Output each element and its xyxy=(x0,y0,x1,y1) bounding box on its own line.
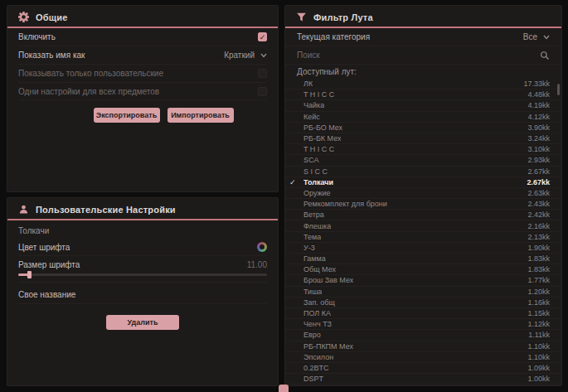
loot-item-name: ЛК xyxy=(303,80,313,88)
loot-item-value: 1.20kk xyxy=(527,288,550,296)
chevron-down-icon xyxy=(260,53,267,58)
loot-row[interactable]: ✓ Ветра 2.42kk xyxy=(285,210,561,220)
slider-track[interactable] xyxy=(18,273,267,276)
loot-item-value: 4.12kk xyxy=(527,113,550,121)
loot-row[interactable]: ✓ Тема 2.13kk xyxy=(285,232,561,243)
font-size-slider[interactable] xyxy=(18,270,267,283)
font-size-value: 11.00 xyxy=(247,260,267,269)
search-row[interactable]: Поиск xyxy=(285,46,561,65)
same-for-all-row[interactable]: Одни настройки для всех предметов xyxy=(18,83,267,100)
custom-name-row[interactable]: Свое название xyxy=(18,286,267,304)
filter-panel-header: Фильтр Лута xyxy=(285,6,561,28)
loot-item-value: 4.19kk xyxy=(527,101,550,109)
loot-item-value: 3.24kk xyxy=(527,134,550,143)
loot-item-value: 1.12kk xyxy=(527,320,550,328)
list-label-row: Доступный лут: xyxy=(285,65,561,79)
enable-row[interactable]: Включить ✓ xyxy=(18,28,267,46)
loot-item-value: 2.67kk xyxy=(527,178,550,186)
loot-row[interactable]: ✓ Кейс 4.12kk xyxy=(285,112,561,123)
loot-row[interactable]: ✓ T H I C C 4.48kk xyxy=(285,90,561,100)
loot-row[interactable]: ✓ РБ-БО Мех 3.90kk xyxy=(285,123,561,133)
loot-item-name: Брош Зав Мех xyxy=(303,276,353,284)
user-icon xyxy=(18,204,29,215)
loot-row[interactable]: ✓ Ремкомплект для брони 2.43kk xyxy=(285,199,561,210)
loot-row[interactable]: ✓ Эпсилон 1.10kk xyxy=(285,352,561,363)
slider-handle[interactable] xyxy=(27,271,32,278)
loot-row[interactable]: ✓ 0.2BTC 1.09kk xyxy=(285,363,561,374)
custom-settings-panel: Пользовательские Настройки Толкачи Цвет … xyxy=(7,197,279,386)
same-for-all-checkbox[interactable] xyxy=(258,87,267,96)
loot-row[interactable]: ✓ ПОЛ КА 1.15kk xyxy=(285,308,561,319)
name-mode-row[interactable]: Показать имя как Краткий xyxy=(18,46,267,65)
loot-item-value: 2.42kk xyxy=(527,211,550,219)
loot-row[interactable]: ✓ Евро 1.11kk xyxy=(285,330,561,341)
loot-row[interactable]: ✓ DSPT 1.00kk xyxy=(285,374,561,385)
loot-row[interactable]: ✓ Общ Мех 1.83kk xyxy=(285,264,561,275)
enable-label: Включить xyxy=(18,32,56,41)
loot-row[interactable]: ✓ S I C C 2.67kk xyxy=(285,167,561,177)
loot-item-name: РБ-ПКПМ Мех xyxy=(303,342,353,351)
general-panel-title: Общие xyxy=(36,12,68,22)
loot-item-value: 2.93kk xyxy=(527,156,550,164)
loot-item-name: Чайка xyxy=(303,101,324,109)
loot-item-value: 2.67kk xyxy=(527,167,550,176)
import-button[interactable]: Импортировать xyxy=(167,108,234,123)
loot-item-value: 4.48kk xyxy=(527,90,550,99)
search-icon[interactable] xyxy=(540,51,550,60)
category-dropdown[interactable]: Все xyxy=(523,32,550,41)
loot-item-value: 2.16kk xyxy=(527,222,550,230)
loot-row[interactable]: ✓ T H I C C 3.10kk xyxy=(285,144,561,155)
category-value: Все xyxy=(523,32,537,41)
font-color-label: Цвет шрифта xyxy=(18,243,70,252)
loot-row[interactable]: ✓ Гамма 1.83kk xyxy=(285,254,561,264)
resize-handle[interactable] xyxy=(279,385,289,392)
loot-row[interactable]: ✓ Ченч ТЗ 1.12kk xyxy=(285,319,561,330)
loot-row[interactable]: ✓ Флешка 2.16kk xyxy=(285,220,561,231)
only-custom-row[interactable]: Показывать только пользовательские xyxy=(18,65,267,83)
custom-name-input[interactable] xyxy=(84,289,267,301)
loot-row[interactable]: ✓ У-3 1.90kk xyxy=(285,243,561,254)
loot-item-name: Кейс xyxy=(303,113,320,121)
loot-item-value: 1.90kk xyxy=(527,244,550,252)
name-mode-value: Краткий xyxy=(224,51,255,60)
name-mode-label: Показать имя как xyxy=(18,51,85,60)
only-custom-checkbox[interactable] xyxy=(258,69,267,78)
loot-row[interactable]: ✓ РБ-БК Мех 3.24kk xyxy=(285,133,561,144)
loot-row[interactable]: ✓ Тиша 1.20kk xyxy=(285,287,561,298)
loot-row[interactable]: ✓ ЛК 17.33kk xyxy=(285,79,561,90)
font-color-row[interactable]: Цвет шрифта xyxy=(18,239,267,256)
scrollbar-thumb[interactable] xyxy=(557,84,560,95)
loot-item-name: Зап. общ xyxy=(303,298,335,307)
available-loot-label: Доступный лут: xyxy=(297,67,357,76)
loot-row[interactable]: ✓ Оружие 2.63kk xyxy=(285,188,561,199)
loot-item-name: T H I C C xyxy=(303,90,334,99)
category-row[interactable]: Текущая категория Все xyxy=(285,28,561,46)
loot-row[interactable]: ✓ РБ-ПКПМ Мех 1.10kk xyxy=(285,341,561,352)
loot-item-name: SCA xyxy=(303,156,319,164)
enable-checkbox[interactable]: ✓ xyxy=(258,32,267,41)
name-mode-dropdown[interactable]: Краткий xyxy=(224,51,267,60)
loot-row[interactable]: ✓ Толкачи 2.67kk xyxy=(285,177,561,188)
loot-item-name: Гамма xyxy=(303,254,326,263)
loot-item-name: Ремкомплект для брони xyxy=(303,200,387,208)
gear-icon xyxy=(18,12,29,22)
delete-button[interactable]: Удалить xyxy=(106,315,179,330)
loot-item-name: 0.2BTC xyxy=(303,364,329,372)
loot-row[interactable]: ✓ Брош Зав Мех 1.77kk xyxy=(285,275,561,286)
loot-item-name: T H I C C xyxy=(303,145,334,153)
export-button[interactable]: Экспортировать xyxy=(94,108,160,123)
loot-row[interactable]: ✓ SCA 2.93kk xyxy=(285,155,561,166)
loot-item-value: 1.15kk xyxy=(527,309,550,317)
loot-item-name: Тема xyxy=(303,233,321,241)
loot-item-name: DSPT xyxy=(303,375,323,383)
loot-row[interactable]: ✓ Зап. общ 1.16kk xyxy=(285,298,561,308)
same-for-all-label: Одни настройки для всех предметов xyxy=(18,87,159,96)
loot-item-name: У-3 xyxy=(303,244,315,252)
loot-item-value: 2.13kk xyxy=(527,233,550,241)
loot-item-value: 1.11kk xyxy=(528,331,550,339)
color-picker-icon[interactable] xyxy=(257,242,267,252)
loot-item-value: 17.33kk xyxy=(523,80,550,88)
loot-item-name: Эпсилон xyxy=(303,353,333,361)
only-custom-label: Показывать только пользовательские xyxy=(18,69,163,78)
loot-row[interactable]: ✓ Чайка 4.19kk xyxy=(285,100,561,111)
